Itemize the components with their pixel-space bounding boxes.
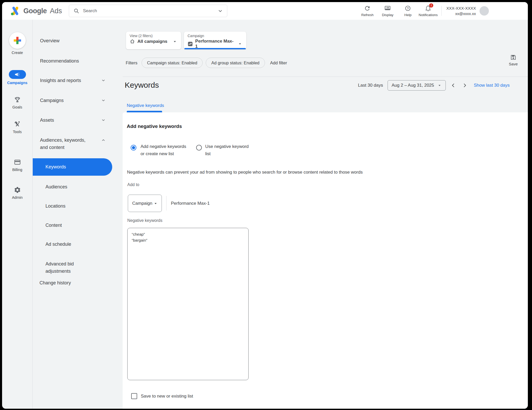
help-label: Help [404,13,411,17]
refresh-button[interactable]: Refresh [357,5,377,17]
radio-add-label[interactable]: Add negative keywords or create new list [141,143,186,158]
google-ads-window: GoogleAds Search Refresh [2,2,528,409]
add-to-label: Add to [127,182,139,187]
chevron-down-icon[interactable] [217,8,223,14]
add-filter-button[interactable]: Add filter [270,60,287,65]
avatar[interactable] [480,6,489,16]
date-preset-label: Last 30 days [358,83,383,88]
help-button[interactable]: ? Help [398,5,418,17]
section-divider [123,77,528,77]
create-button[interactable]: Create [2,32,32,55]
tools-icon [14,121,21,128]
google-ads-logo: GoogleAds [10,5,62,16]
rail-admin-label: Admin [12,195,23,200]
radio-use-negative-keyword-list[interactable] [196,145,202,151]
secondary-nav: Overview Recommendations Insights and re… [32,20,118,409]
chevron-down-icon[interactable] [101,98,106,103]
chevron-down-icon[interactable] [101,118,106,122]
nav-item-advanced-bid-adjustments[interactable]: Advanced bid adjustments [33,260,118,275]
notifications-button[interactable]: ! Notifications [418,5,438,17]
rail-item-tools[interactable]: Tools [2,121,32,134]
filters-row: Filters Campaign status: Enabled Ad grou… [126,58,287,68]
date-range-picker[interactable]: Aug 2 – Aug 31, 2025 [388,80,446,91]
filter-chip-campaign-status[interactable]: Campaign status: Enabled [142,58,203,68]
filters-label: Filters [126,60,137,65]
save-icon [510,54,517,61]
next-period-button[interactable] [461,81,469,89]
view-selector[interactable]: View (2 filters) All campaigns [126,32,181,49]
chevron-down-icon[interactable] [101,78,106,83]
rail-goals-label: Goals [12,105,22,109]
save-to-list-label[interactable]: Save to new or existing list [141,393,193,399]
create-plus-icon [13,36,22,45]
credit-card-icon [14,159,21,166]
show-last-30-days-link[interactable]: Show last 30 days [474,83,510,88]
display-button[interactable]: Display [377,5,398,17]
caret-down-icon [172,39,177,44]
tab-negative-keywords[interactable]: Negative keywords [127,103,164,108]
save-button[interactable]: Save [509,54,518,66]
rail-campaigns-label: Campaigns [7,81,27,85]
topbar: GoogleAds Search Refresh [2,2,528,20]
negative-keywords-textarea[interactable]: “cheap” “bargain” [127,228,249,380]
nav-item-locations[interactable]: Locations [33,202,118,210]
nav-item-ad-schedule[interactable]: Ad schedule [33,241,118,248]
caret-down-icon [437,83,442,88]
save-label: Save [509,62,518,66]
rail-item-campaigns[interactable]: Campaigns [2,70,32,85]
campaign-selector[interactable]: Campaign Performance Max-1 [184,32,246,49]
rail-item-billing[interactable]: Billing [2,159,32,172]
previous-period-button[interactable] [449,81,457,89]
notifications-label: Notifications [419,13,438,17]
keywords-pill-label: Keywords [33,164,66,170]
google-ads-logo-icon [10,5,21,16]
search-box[interactable]: Search [69,5,227,17]
rail-billing-label: Billing [12,168,22,172]
display-label: Display [382,13,393,17]
chevron-right-icon [462,83,468,88]
nav-item-content[interactable]: Content [33,222,118,229]
topbar-actions: Refresh Display ? Help [357,5,489,17]
campaign-selector-label: Campaign [188,34,243,38]
nav-item-overview[interactable]: Overview [33,37,118,44]
negative-keywords-panel: Add negative keywords Add negative keywo… [123,112,528,409]
performance-max-icon [188,41,193,47]
campaign-selector-value: Performance Max-1 [195,39,235,49]
campaigns-pill[interactable] [9,70,26,79]
refresh-icon [364,5,371,12]
home-icon [130,39,135,44]
topbar-divider [441,6,442,16]
page-title: Keywords [125,81,159,90]
chevron-left-icon [450,83,456,88]
caret-down-icon [237,41,243,46]
display-icon [384,5,391,12]
account-email: xx@xxxx.xx [446,11,476,16]
vertical-divider [166,196,167,210]
level-select[interactable]: Campaign [128,195,162,212]
selected-indicator [184,48,246,49]
radio-use-label[interactable]: Use negative keyword list [205,143,249,158]
help-icon: ? [404,5,411,12]
nav-item-recommendations[interactable]: Recommendations [33,57,118,65]
refresh-label: Refresh [361,13,374,17]
radio-add-negative-keywords[interactable] [131,145,136,151]
rail-item-goals[interactable]: Goals [2,96,32,109]
save-to-list-checkbox[interactable] [131,393,137,399]
caret-down-icon [153,201,158,206]
icon-rail: Create Campaigns [2,20,32,409]
nav-item-audiences[interactable]: Audiences [33,183,118,190]
panel-heading: Add negative keywords [127,124,182,129]
megaphone-icon [15,72,20,77]
create-circle[interactable] [9,32,26,49]
date-range-value: Aug 2 – Aug 31, 2025 [391,83,434,88]
level-select-value: Campaign [132,201,152,206]
filter-chip-ad-group-status[interactable]: Ad group status: Enabled [206,58,265,68]
notification-badge: ! [429,3,433,8]
nav-item-keywords-selected[interactable]: Keywords [33,158,112,176]
search-input[interactable]: Search [83,8,217,13]
rail-item-admin[interactable]: Admin [2,186,32,200]
account-id: XXX-XXX-XXXX [446,5,476,11]
nav-item-change-history[interactable]: Change history [33,279,118,286]
view-selector-label: View (2 filters) [130,34,177,38]
chevron-up-icon[interactable] [101,138,106,142]
